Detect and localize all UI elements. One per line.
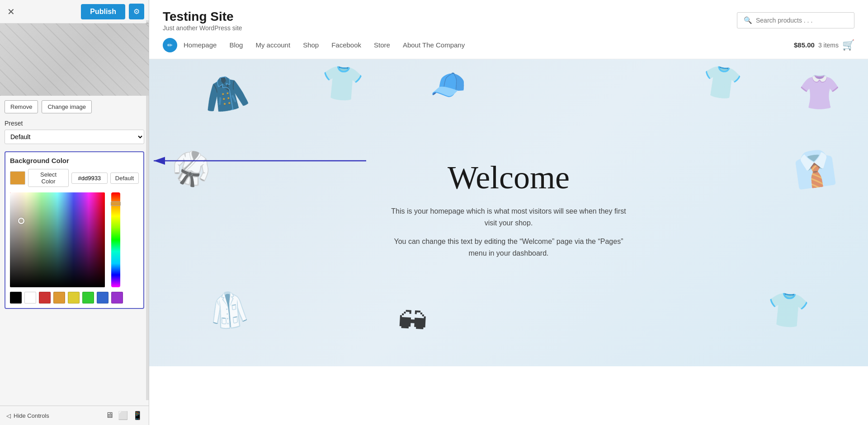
device-icons: 🖥 ⬜ 📱 (105, 411, 142, 420)
hue-thumb (111, 201, 121, 206)
change-image-button[interactable]: Change image (42, 100, 92, 113)
preset-color-black[interactable] (10, 292, 22, 304)
select-color-button[interactable]: Select Color (28, 169, 68, 187)
settings-button[interactable]: ⚙ (129, 4, 144, 19)
cart-price: $85.00 (794, 41, 815, 49)
hide-controls-label: Hide Controls (14, 412, 49, 419)
color-presets-row (10, 292, 139, 304)
close-button[interactable]: ✕ (5, 5, 18, 18)
nav-link-shop[interactable]: Shop (303, 41, 319, 49)
preset-color-green[interactable] (82, 292, 94, 304)
hero-text-1: This is your homepage which is what most… (391, 205, 626, 229)
image-preview-inner (0, 23, 149, 96)
gradient-black (10, 192, 105, 287)
bg-color-section: Background Color Select Color Default (5, 151, 144, 309)
default-color-button[interactable]: Default (110, 173, 139, 184)
publish-button[interactable]: Publish (81, 4, 125, 19)
nav-bar: ✏ Homepage Blog My account Shop Facebook… (149, 32, 868, 59)
top-bar: ✕ Publish ⚙ (0, 0, 149, 23)
site-header: Testing Site Just another WordPress site… (149, 0, 868, 32)
chevron-left-icon: ◁ (6, 412, 11, 419)
hide-controls-button[interactable]: ◁ Hide Controls (6, 412, 49, 419)
nav-links: Homepage Blog My account Shop Facebook S… (184, 41, 792, 49)
monitor-icon[interactable]: 🖥 (105, 411, 113, 420)
color-gradient[interactable] (10, 192, 105, 287)
site-title-area: Testing Site Just another WordPress site (163, 9, 242, 32)
search-input[interactable] (756, 17, 846, 24)
preset-label: Preset (5, 120, 144, 127)
nav-link-blog[interactable]: Blog (229, 41, 243, 49)
cart-area: $85.00 3 items 🛒 (794, 39, 854, 51)
nav-link-about[interactable]: About The Company (403, 41, 465, 49)
hero-title: Welcome (391, 159, 626, 196)
color-hex-input[interactable] (71, 173, 108, 184)
hero-content: Welcome This is your homepage which is w… (373, 141, 644, 284)
preset-color-yellow[interactable] (68, 292, 80, 304)
nav-link-facebook[interactable]: Facebook (331, 41, 361, 49)
preset-section: Preset Default (0, 118, 149, 148)
bottom-bar: ◁ Hide Controls 🖥 ⬜ 📱 (0, 406, 149, 425)
nav-link-homepage[interactable]: Homepage (184, 41, 217, 49)
color-row: Select Color Default (10, 169, 139, 187)
hue-slider-track[interactable] (111, 192, 120, 287)
preset-color-purple[interactable] (111, 292, 123, 304)
preset-color-white[interactable] (24, 292, 36, 304)
search-icon: 🔍 (744, 16, 752, 24)
preset-select[interactable]: Default (5, 130, 144, 144)
bg-color-title: Background Color (10, 157, 139, 164)
color-swatch[interactable] (10, 171, 25, 185)
search-box[interactable]: 🔍 (737, 12, 854, 28)
nav-link-store[interactable]: Store (374, 41, 390, 49)
hue-slider-container (109, 192, 122, 287)
cart-icon[interactable]: 🛒 (842, 39, 854, 51)
phone-icon[interactable]: 📱 (132, 411, 142, 420)
cart-items: 3 items (818, 42, 839, 49)
preset-color-blue[interactable] (97, 292, 108, 304)
preset-color-red[interactable] (39, 292, 51, 304)
right-content: Testing Site Just another WordPress site… (149, 0, 868, 425)
image-controls: Remove Change image (0, 96, 149, 118)
site-title: Testing Site (163, 9, 242, 24)
tablet-icon[interactable]: ⬜ (118, 411, 128, 420)
remove-image-button[interactable]: Remove (5, 100, 38, 113)
color-picker-area (10, 192, 139, 287)
pencil-icon: ✏ (167, 42, 173, 49)
left-panel: ✕ Publish ⚙ Remove Change image Preset D… (0, 0, 149, 425)
hero-section: 🧥 👕 🧢 👕 👚 🥋 👔 🥼 🕶 👕 Welcome Thi (149, 59, 868, 366)
site-subtitle: Just another WordPress site (163, 24, 242, 32)
edit-pencil-button[interactable]: ✏ (163, 38, 177, 52)
nav-link-myaccount[interactable]: My account (255, 41, 290, 49)
preset-color-orange[interactable] (53, 292, 65, 304)
hero-text-2: You can change this text by editing the … (391, 236, 626, 259)
image-preview (0, 23, 149, 96)
